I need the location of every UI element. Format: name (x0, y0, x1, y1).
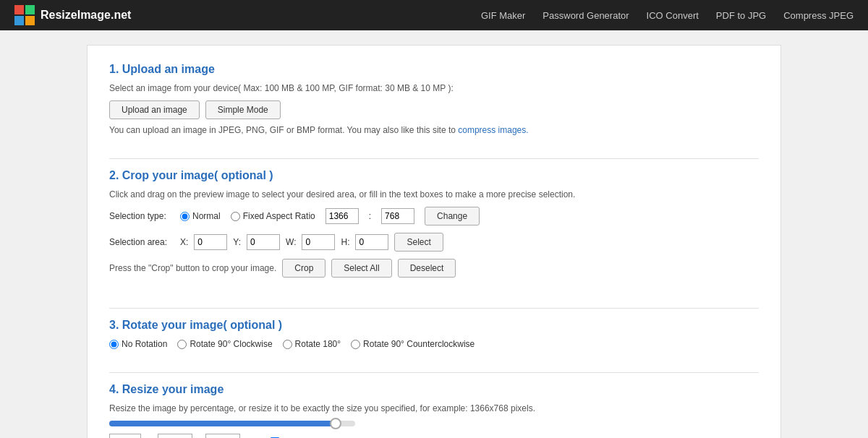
slider-thumb[interactable] (330, 418, 341, 429)
divider-3 (109, 372, 759, 373)
nav-compress-jpeg[interactable]: Compress JPEG (783, 10, 854, 21)
header: ResizeImage.net GIF Maker Password Gener… (0, 0, 868, 30)
selection-area-label: Selection area: (109, 237, 174, 247)
divider-1 (109, 158, 759, 159)
svg-rect-1 (25, 5, 35, 14)
radio-180-label[interactable]: Rotate 180° (283, 339, 341, 349)
radio-fixed-label[interactable]: Fixed Aspect Ratio (231, 211, 315, 221)
selection-area-row: Selection area: X: Y: W: H: Select (109, 233, 759, 252)
radio-no-rotation-text: No Rotation (122, 339, 167, 349)
upload-note: You can upload an image in JPEG, PNG, GI… (109, 125, 759, 135)
upload-image-button[interactable]: Upload an image (109, 100, 200, 119)
radio-90ccw-label[interactable]: Rotate 90° Counterclockwise (351, 339, 475, 349)
upload-desc: Select an image from your device( Max: 1… (109, 83, 759, 93)
compress-images-link[interactable]: compress images. (458, 125, 528, 135)
selection-type-label: Selection type: (109, 211, 174, 221)
fixed-height-input[interactable] (381, 208, 414, 224)
fixed-sep: : (369, 211, 371, 221)
simple-mode-button[interactable]: Simple Mode (205, 100, 281, 119)
upload-title: 1. Upload an image (109, 63, 759, 76)
upload-note-text: You can upload an image in JPEG, PNG, GI… (109, 125, 458, 135)
radio-fixed[interactable] (231, 212, 240, 221)
radio-180[interactable] (283, 340, 292, 349)
section-resize: 4. Resize your image Resize the image by… (109, 383, 759, 438)
nav-pdf-to-jpg[interactable]: PDF to JPG (716, 10, 766, 21)
section-rotate: 3. Rotate your image( optional ) No Rota… (109, 319, 759, 356)
x-input[interactable] (194, 234, 227, 250)
nav-gif-maker[interactable]: GIF Maker (481, 10, 525, 21)
radio-90cw-label[interactable]: Rotate 90° Clockwise (177, 339, 272, 349)
upload-btn-group: Upload an image Simple Mode (109, 100, 759, 119)
x-label: X: (180, 237, 188, 247)
fixed-width-input[interactable] (326, 208, 359, 224)
height-input[interactable] (205, 434, 240, 438)
change-button[interactable]: Change (425, 207, 480, 226)
svg-rect-2 (14, 16, 24, 25)
logo-text: ResizeImage.net (41, 9, 131, 22)
main-nav: GIF Maker Password Generator ICO Convert… (481, 10, 854, 21)
selection-type-radio-group: Normal Fixed Aspect Ratio : Change (180, 207, 480, 226)
crop-buttons-row: Press the "Crop" button to crop your ima… (109, 259, 759, 278)
radio-90cw[interactable] (177, 340, 187, 349)
crop-desc-text: Press the "Crop" button to crop your ima… (109, 263, 276, 273)
svg-rect-3 (25, 16, 35, 25)
radio-fixed-text: Fixed Aspect Ratio (243, 211, 315, 221)
radio-90cw-text: Rotate 90° Clockwise (190, 339, 272, 349)
h-input[interactable] (355, 234, 388, 250)
rotate-radio-group: No Rotation Rotate 90° Clockwise Rotate … (109, 339, 759, 349)
crop-title: 2. Crop your image( optional ) (109, 169, 759, 182)
resize-desc: Resize the image by percentage, or resiz… (109, 403, 759, 413)
nav-ico-convert[interactable]: ICO Convert (647, 10, 699, 21)
logo-icon (14, 5, 35, 25)
slider-fill (109, 421, 336, 426)
divider-2 (109, 308, 759, 309)
crop-button[interactable]: Crop (282, 259, 326, 278)
logo: ResizeImage.net (14, 5, 131, 25)
radio-no-rotation-label[interactable]: No Rotation (109, 339, 167, 349)
radio-no-rotation[interactable] (109, 340, 119, 349)
y-input[interactable] (247, 234, 280, 250)
radio-normal-text: Normal (192, 211, 221, 221)
h-label: H: (341, 237, 349, 247)
resize-slider-container (109, 421, 759, 426)
select-all-button[interactable]: Select All (331, 259, 391, 278)
section-crop: 2. Crop your image( optional ) Click and… (109, 169, 759, 292)
w-input[interactable] (302, 234, 335, 250)
radio-180-text: Rotate 180° (295, 339, 341, 349)
resize-slider-track[interactable] (109, 421, 355, 426)
deselect-button[interactable]: Deselect (398, 259, 456, 278)
nav-password-generator[interactable]: Password Generator (542, 10, 629, 21)
select-button[interactable]: Select (394, 233, 443, 252)
main-container: 1. Upload an image Select an image from … (87, 45, 781, 438)
radio-90ccw-text: Rotate 90° Counterclockwise (363, 339, 475, 349)
w-label: W: (286, 237, 296, 247)
width-input[interactable] (158, 434, 192, 438)
radio-normal[interactable] (180, 212, 190, 221)
y-label: Y: (233, 237, 241, 247)
selection-type-row: Selection type: Normal Fixed Aspect Rati… (109, 207, 759, 226)
resize-title: 4. Resize your image (109, 383, 759, 396)
crop-desc: Click and drag on the preview image to s… (109, 189, 759, 199)
resize-inputs-row: % x px Keep Aspect Ratio (109, 434, 759, 438)
percent-input[interactable] (109, 434, 141, 438)
radio-normal-label[interactable]: Normal (180, 211, 221, 221)
svg-rect-0 (14, 5, 24, 14)
radio-90ccw[interactable] (351, 340, 360, 349)
rotate-title: 3. Rotate your image( optional ) (109, 319, 759, 332)
section-upload: 1. Upload an image Select an image from … (109, 63, 759, 142)
